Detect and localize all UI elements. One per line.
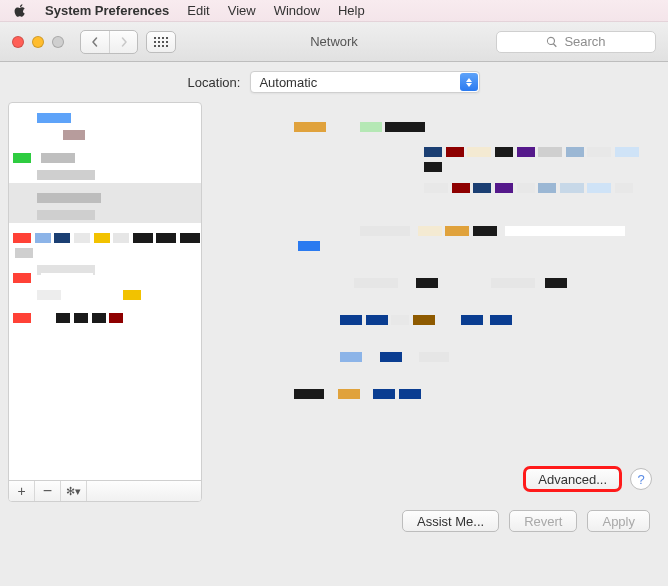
network-services-list: + − ✻▾ [8, 102, 202, 502]
network-service-item[interactable] [9, 143, 201, 183]
apply-button: Apply [587, 510, 650, 532]
bottom-buttons: Assist Me... Revert Apply [0, 502, 668, 532]
network-service-item[interactable] [9, 103, 201, 143]
grid-icon [154, 37, 168, 47]
menubar-window[interactable]: Window [274, 3, 320, 18]
search-icon [546, 36, 558, 48]
nav-buttons [80, 30, 138, 54]
window-controls [12, 36, 64, 48]
menubar-view[interactable]: View [228, 3, 256, 18]
menubar: System Preferences Edit View Window Help [0, 0, 668, 22]
minimize-window-button[interactable] [32, 36, 44, 48]
help-button[interactable]: ? [630, 468, 652, 490]
remove-service-button[interactable]: − [35, 481, 61, 501]
menubar-edit[interactable]: Edit [187, 3, 209, 18]
back-button[interactable] [81, 31, 109, 53]
question-icon: ? [637, 472, 644, 487]
location-popup[interactable]: Automatic [250, 71, 480, 93]
search-field[interactable]: Search [496, 31, 656, 53]
network-service-item[interactable] [9, 183, 201, 223]
show-all-button[interactable] [146, 31, 176, 53]
services-toolbar-filler [87, 481, 201, 501]
detail-content [294, 120, 650, 402]
apple-menu-icon[interactable] [14, 4, 27, 17]
services-actions-button[interactable]: ✻▾ [61, 481, 87, 501]
services-toolbar: + − ✻▾ [9, 480, 201, 501]
search-placeholder: Search [564, 34, 605, 49]
menubar-help[interactable]: Help [338, 3, 365, 18]
location-label: Location: [188, 75, 241, 90]
advanced-button[interactable]: Advanced... [525, 468, 620, 490]
network-services-scroll[interactable] [9, 103, 201, 480]
add-service-button[interactable]: + [9, 481, 35, 501]
location-value: Automatic [259, 75, 317, 90]
network-detail-pane: Advanced... ? [214, 102, 660, 502]
plus-icon: + [17, 484, 25, 498]
window-toolbar: Network Search [0, 22, 668, 62]
window-title: Network [310, 34, 358, 49]
network-service-item[interactable] [9, 303, 201, 343]
gear-icon: ✻▾ [66, 485, 81, 498]
zoom-window-button [52, 36, 64, 48]
minus-icon: − [43, 483, 52, 499]
location-row: Location: Automatic [0, 62, 668, 102]
revert-button: Revert [509, 510, 577, 532]
popup-arrows-icon [460, 73, 478, 91]
network-service-item[interactable] [9, 223, 201, 263]
close-window-button[interactable] [12, 36, 24, 48]
assist-me-button[interactable]: Assist Me... [402, 510, 499, 532]
menubar-app[interactable]: System Preferences [45, 3, 169, 18]
forward-button[interactable] [109, 31, 137, 53]
